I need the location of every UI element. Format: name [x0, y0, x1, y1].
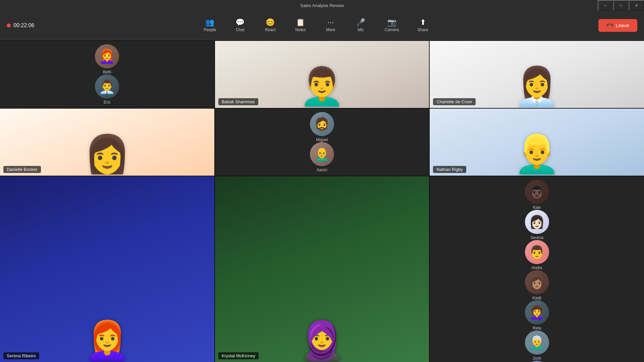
window-title: Sales Analysis Review: [300, 3, 344, 8]
recording-time: 00:22:06: [13, 22, 34, 28]
sidebar-participant-hillary[interactable]: 👩‍🎤 Hillary: [525, 361, 549, 362]
camera-icon: 📷: [387, 19, 396, 26]
avatar-josh: 👨‍🦳: [525, 330, 549, 355]
video-cell-krystal[interactable]: 🧕 Krystal McKinney: [215, 176, 429, 362]
sidebar-participant-beth[interactable]: 👩‍🦰 Beth: [95, 44, 119, 74]
people-label: People: [204, 27, 216, 32]
leave-button[interactable]: 📞 Leave: [598, 19, 637, 32]
main-content: 🧝‍♀️ Camila Davis 👨 Aadi Kapoor 🧑🏿 Ray T…: [0, 40, 644, 362]
video-grid: 🧝‍♀️ Camila Davis 👨 Aadi Kapoor 🧑🏿 Ray T…: [0, 40, 644, 362]
window-controls: ─ □ ✕: [598, 0, 644, 11]
title-bar: Sales Analysis Review ─ □ ✕: [0, 0, 644, 11]
name-tag-charlotte: Charlotte de Crum: [433, 98, 475, 105]
avatar-andre: 👨: [525, 240, 549, 264]
avatar-hillary: 👩‍🎤: [525, 361, 549, 362]
avatar-beth: 👩‍🦰: [95, 44, 119, 68]
sidebar-participant-aaron[interactable]: 👨‍🦲 Aaron: [310, 142, 334, 172]
chat-label: Chat: [236, 27, 244, 32]
mic-icon: 🎤: [356, 19, 365, 26]
people-button[interactable]: 👥 People: [198, 16, 222, 35]
camera-button[interactable]: 📷 Camera: [379, 16, 405, 35]
react-button[interactable]: 😊 React: [259, 16, 282, 35]
sidebar-participant-kadji[interactable]: 👩🏽 Kadji: [525, 270, 549, 300]
sidebar-participant-josh[interactable]: 👨‍🦳 Josh: [525, 330, 549, 361]
sidebar-participant-miguel[interactable]: 🧔 Miguel: [310, 112, 334, 142]
video-cell-nathan[interactable]: 👱‍♂️ Nathan Rigby: [430, 109, 644, 176]
notes-label: Notes: [295, 27, 306, 32]
sidebar-participant-andre[interactable]: 👨 Andre: [525, 240, 549, 270]
notes-icon: 📋: [296, 19, 305, 26]
name-tag-serena-r: Serena Ribeiro: [3, 352, 39, 359]
sidebar-participant-kian[interactable]: 👨🏿 Kian: [525, 180, 549, 210]
avatar-eric: 👨‍💼: [95, 74, 119, 99]
name-tag-babak: Babak Shammas: [218, 98, 258, 105]
sidebar-name-josh: Josh: [533, 356, 541, 361]
maximize-button[interactable]: □: [613, 0, 629, 11]
mic-label: Mic: [358, 27, 364, 32]
chat-icon: 💬: [235, 19, 245, 26]
share-button[interactable]: ⬆ Share: [411, 16, 435, 35]
avatar-kian: 👨🏿: [525, 180, 549, 204]
more-icon: ···: [328, 19, 334, 26]
video-cell-charlotte[interactable]: 👩‍💼 Charlotte de Crum: [430, 41, 644, 108]
chat-button[interactable]: 💬 Chat: [228, 16, 252, 35]
react-icon: 😊: [266, 19, 275, 26]
top-bar: 00:22:06 👥 People 💬 Chat 😊 React 📋 Notes…: [0, 11, 644, 40]
sidebar-participant-reta[interactable]: 👩‍🦱 Reta: [525, 300, 549, 330]
people-icon: 👥: [205, 19, 214, 26]
leave-label: Leave: [615, 22, 629, 28]
avatar-kadji: 👩🏽: [525, 270, 549, 294]
sidebar-name-kadji: Kadji: [532, 296, 541, 300]
name-tag-nathan: Nathan Rigby: [433, 166, 466, 173]
minimize-button[interactable]: ─: [598, 0, 613, 11]
sidebar-name-serena: Serena: [530, 235, 543, 240]
video-cell-serena-r[interactable]: 👩‍🦰 Serena Ribeiro: [0, 176, 214, 362]
sidebar-participant-serena[interactable]: 👩🏻 Serena: [525, 210, 549, 240]
recording-dot: [7, 23, 11, 27]
more-button[interactable]: ··· More: [319, 16, 342, 35]
sidebar-name-kian: Kian: [533, 205, 541, 210]
sidebar-name-eric: Eric: [104, 100, 111, 105]
leave-phone-icon: 📞: [605, 21, 614, 29]
avatar-serena: 👩🏻: [525, 210, 549, 234]
sidebar-name-beth: Beth: [103, 70, 111, 74]
video-cell-babak[interactable]: 👨‍🦱 Babak Shammas: [215, 41, 429, 108]
sidebar-participant-eric[interactable]: 👨‍💼 Eric: [95, 74, 119, 105]
sidebar-name-reta: Reta: [533, 326, 541, 330]
avatar-reta: 👩‍🦱: [525, 300, 549, 324]
sidebar-name-andre: Andre: [532, 265, 542, 270]
react-label: React: [265, 27, 275, 32]
notes-button[interactable]: 📋 Notes: [289, 16, 312, 35]
sidebar-mid1: 🧔 Miguel 👨‍🦲 Aaron: [215, 109, 429, 176]
video-cell-danielle[interactable]: 👩 Danielle Booker: [0, 109, 214, 176]
sidebar-top: 👩‍🦰 Beth 👨‍💼 Eric: [0, 41, 214, 108]
share-label: Share: [418, 27, 428, 32]
toolbar: 👥 People 💬 Chat 😊 React 📋 Notes ··· More…: [34, 16, 598, 35]
name-tag-danielle: Danielle Booker: [3, 166, 41, 173]
mic-button[interactable]: 🎤 Mic: [349, 16, 373, 35]
avatar-miguel: 🧔: [310, 112, 334, 136]
sidebar-bottom-area: 👨🏿 Kian 👩🏻 Serena 👨 Andre 👩🏽: [430, 176, 644, 362]
share-icon: ⬆: [420, 19, 426, 26]
close-button[interactable]: ✕: [629, 0, 644, 11]
avatar-aaron: 👨‍🦲: [310, 142, 334, 166]
sidebar-name-miguel: Miguel: [316, 137, 328, 142]
camera-label: Camera: [385, 27, 399, 32]
sidebar-name-aaron: Aaron: [317, 168, 327, 172]
more-label: More: [326, 27, 335, 32]
recording-indicator: 00:22:06: [7, 22, 34, 28]
name-tag-krystal: Krystal McKinney: [218, 352, 259, 359]
